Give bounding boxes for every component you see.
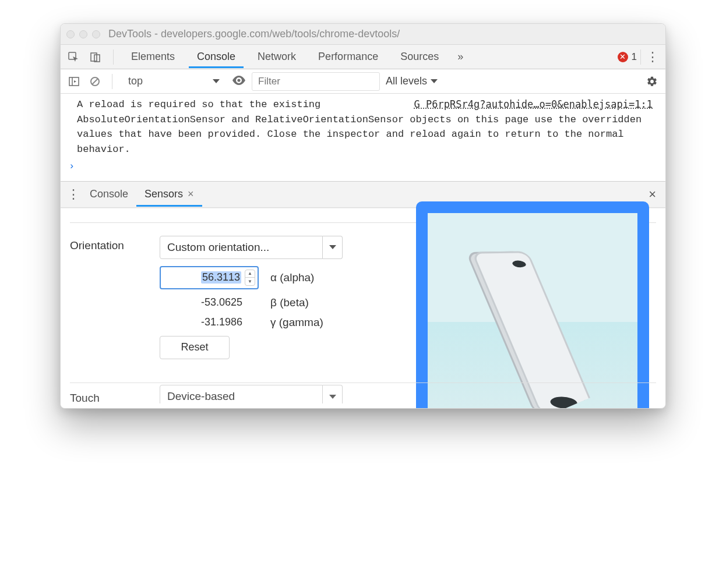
chevron-down-icon xyxy=(431,79,438,83)
console-toolbar: top All levels xyxy=(61,69,665,94)
more-tabs-icon[interactable]: » xyxy=(453,51,468,63)
execution-context-label: top xyxy=(128,75,143,87)
touch-section: Touch Device-based xyxy=(70,382,656,403)
beta-label: β (beta) xyxy=(270,296,309,309)
console-prompt[interactable]: › xyxy=(69,157,655,178)
traffic-zoom-icon[interactable] xyxy=(92,30,100,38)
tab-performance[interactable]: Performance xyxy=(310,45,386,68)
chevron-down-icon[interactable] xyxy=(323,236,343,259)
console-sidebar-toggle-icon[interactable] xyxy=(66,74,82,89)
window-titlebar: DevTools - developers.google.com/web/too… xyxy=(61,24,665,45)
svg-point-5 xyxy=(237,79,240,82)
drawer-kebab-icon[interactable]: ⋮ xyxy=(66,187,82,202)
tab-sources[interactable]: Sources xyxy=(392,45,447,68)
live-expression-icon[interactable] xyxy=(232,75,246,88)
sensors-panel: Orientation Custom orientation... 56.311… xyxy=(61,208,665,408)
devtools-window: DevTools - developers.google.com/web/too… xyxy=(60,23,666,409)
tab-elements[interactable]: Elements xyxy=(123,45,183,68)
tab-network[interactable]: Network xyxy=(249,45,304,68)
kebab-menu-icon[interactable]: ⋮ xyxy=(644,49,661,65)
message-source-link[interactable]: G P6rpRSr4g?autohide…o=0&enablejsapi=1:1 xyxy=(414,97,653,112)
drawer-tab-sensors[interactable]: Sensors × xyxy=(136,182,202,207)
gamma-value[interactable]: -31.1986 xyxy=(160,316,259,328)
execution-context-select[interactable]: top xyxy=(122,72,226,91)
error-dot-icon: ✕ xyxy=(618,52,628,62)
console-filter-input[interactable] xyxy=(252,72,380,91)
clear-console-icon[interactable] xyxy=(87,74,103,89)
number-stepper[interactable]: ▲▼ xyxy=(245,270,255,286)
drawer-close-icon[interactable]: × xyxy=(645,187,660,202)
close-icon[interactable]: × xyxy=(188,188,194,200)
traffic-close-icon[interactable] xyxy=(66,30,75,38)
alpha-input[interactable]: 56.3113 ▲▼ xyxy=(160,266,259,289)
error-badge[interactable]: ✕ 1 xyxy=(618,51,637,63)
tab-console[interactable]: Console xyxy=(189,45,244,68)
orientation-preview-highlight[interactable] xyxy=(416,201,649,409)
touch-preset-value: Device-based xyxy=(167,390,235,403)
reset-button[interactable]: Reset xyxy=(160,336,230,359)
touch-section-label: Touch xyxy=(70,388,146,403)
error-count: 1 xyxy=(632,51,637,63)
console-settings-icon[interactable] xyxy=(644,74,660,89)
window-traffic-lights[interactable] xyxy=(66,30,100,38)
touch-preset-select[interactable]: Device-based xyxy=(160,385,343,403)
console-log-area: G P6rpRSr4g?autohide…o=0&enablejsapi=1:1… xyxy=(61,94,665,181)
orientation-preset-select[interactable]: Custom orientation... xyxy=(160,236,343,259)
inspect-element-icon[interactable] xyxy=(65,49,82,65)
devtools-toolbar: Elements Console Network Performance Sou… xyxy=(61,45,665,69)
orientation-preset-value: Custom orientation... xyxy=(167,241,269,254)
chevron-down-icon xyxy=(213,79,220,83)
window-title: DevTools - developers.google.com/web/too… xyxy=(108,28,400,40)
log-levels-select[interactable]: All levels xyxy=(386,75,438,87)
gamma-label: γ (gamma) xyxy=(270,316,323,329)
svg-rect-1 xyxy=(91,53,97,61)
drawer-tab-console[interactable]: Console xyxy=(82,182,136,207)
traffic-minimize-icon[interactable] xyxy=(79,30,87,38)
orientation-section-label: Orientation xyxy=(70,236,146,252)
beta-value[interactable]: -53.0625 xyxy=(160,296,259,309)
alpha-value: 56.3113 xyxy=(201,271,241,284)
log-levels-label: All levels xyxy=(386,75,427,87)
alpha-label: α (alpha) xyxy=(270,271,314,284)
device-toolbar-icon[interactable] xyxy=(87,49,104,65)
chevron-down-icon[interactable] xyxy=(323,385,343,403)
